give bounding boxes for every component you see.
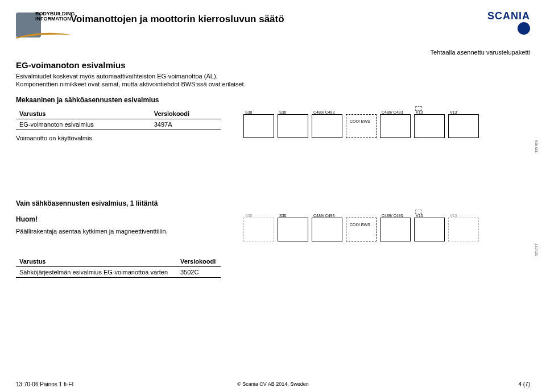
section2-table: Varustus Versiokoodi Sähköjärjestelmän e… — [16, 256, 221, 278]
section2-row: Huom! Päällirakentaja asentaa kytkimen j… — [16, 212, 530, 246]
th-equip: Varustus — [16, 109, 151, 119]
section1-table: Varustus Versiokoodi EG-voimanoton esiva… — [16, 109, 221, 130]
dbox-label: S30 — [279, 110, 286, 114]
dbox-label: COO/ BWS — [350, 223, 370, 227]
dbox-label: V13 — [416, 110, 423, 114]
table-row: Varustus Versiokoodi — [16, 109, 221, 119]
badge-text: BODYBUILDING INFORMATION — [35, 11, 75, 22]
dbox-label: C489/ C493 — [313, 110, 334, 114]
figure-number: 325 017 — [535, 244, 538, 256]
scania-logo: SCANIA — [473, 10, 530, 35]
td-code: 3502C — [177, 267, 221, 278]
document-title: Voimanottojen ja moottorin kierrosluvun … — [71, 14, 466, 25]
badge-line2: INFORMATION — [35, 16, 75, 22]
footer: 13:70-06 Painos 1 fi-FI © Scania CV AB 2… — [16, 381, 530, 387]
figure-number: 325 016 — [535, 140, 538, 153]
table-row: Varustus Versiokoodi — [16, 256, 221, 267]
dbox-label: V13 — [416, 214, 423, 218]
dbox-label: V13 — [450, 214, 457, 218]
bodybuilder-logo: BODYBUILDING INFORMATION — [16, 10, 64, 40]
td-code: 3497A — [151, 119, 221, 130]
section1-diagram: S30 S30 C489/ C493 COO/ BWS C489/ C493 V… — [243, 109, 530, 143]
table-row: EG-voimanoton esivalmius 3497A — [16, 119, 221, 130]
attention-label: Huom! — [16, 215, 221, 223]
dbox-label: S30 — [245, 214, 252, 218]
table-row: Sähköjärjestelmän esivalmius EG-voimanot… — [16, 267, 221, 278]
th-code: Versiokoodi — [177, 256, 221, 267]
dbox-label: S30 — [279, 214, 286, 218]
griffin-icon — [518, 22, 530, 35]
section1-paragraph: Esivalmiudet koskevat myös automaattivai… — [16, 72, 255, 88]
title-block: Voimanottojen ja moottorin kierrosluvun … — [71, 10, 466, 25]
brand-word: SCANIA — [487, 10, 530, 22]
header-row: BODYBUILDING INFORMATION Voimanottojen j… — [16, 10, 530, 40]
section2: Vain sähköasennusten esivalmius, 1 liitä… — [16, 199, 530, 278]
section1-row: Varustus Versiokoodi EG-voimanoton esiva… — [16, 109, 530, 143]
dbox-label: V13 — [450, 110, 457, 114]
dbox-label: C489/ C493 — [382, 110, 403, 114]
dbox-label: S30 — [245, 110, 252, 114]
section1-heading: EG-voimanoton esivalmius — [16, 60, 530, 70]
dbox-label: C489/ C493 — [382, 214, 403, 218]
section1-subheading: Mekaaninen ja sähköasennusten esivalmius — [16, 96, 530, 104]
swoosh-icon — [16, 32, 73, 40]
section1-note: Voimanotto on käyttövalmis. — [16, 135, 221, 141]
dbox-label: C489/ C493 — [313, 214, 334, 218]
td-equip: Sähköjärjestelmän esivalmius EG-voimanot… — [16, 267, 177, 278]
td-equip: EG-voimanoton esivalmius — [16, 119, 151, 130]
section2-heading: Vain sähköasennusten esivalmius, 1 liitä… — [16, 199, 530, 207]
package-note: Tehtaalla asennettu varustelupaketti — [16, 49, 530, 56]
dbox-label: COO/ BWS — [350, 119, 370, 123]
page: BODYBUILDING INFORMATION Voimanottojen j… — [0, 0, 546, 392]
th-code: Versiokoodi — [151, 109, 221, 119]
section2-left: Huom! Päällirakentaja asentaa kytkimen j… — [16, 212, 221, 235]
section2-diagram: S30 S30 C489/ C493 COO/ BWS C489/ C493 V… — [243, 212, 530, 246]
footer-center: © Scania CV AB 2014, Sweden — [16, 381, 530, 387]
section2-paragraph: Päällirakentaja asentaa kytkimen ja magn… — [16, 228, 221, 235]
th-equip: Varustus — [16, 256, 177, 267]
section1-left: Varustus Versiokoodi EG-voimanoton esiva… — [16, 109, 221, 141]
